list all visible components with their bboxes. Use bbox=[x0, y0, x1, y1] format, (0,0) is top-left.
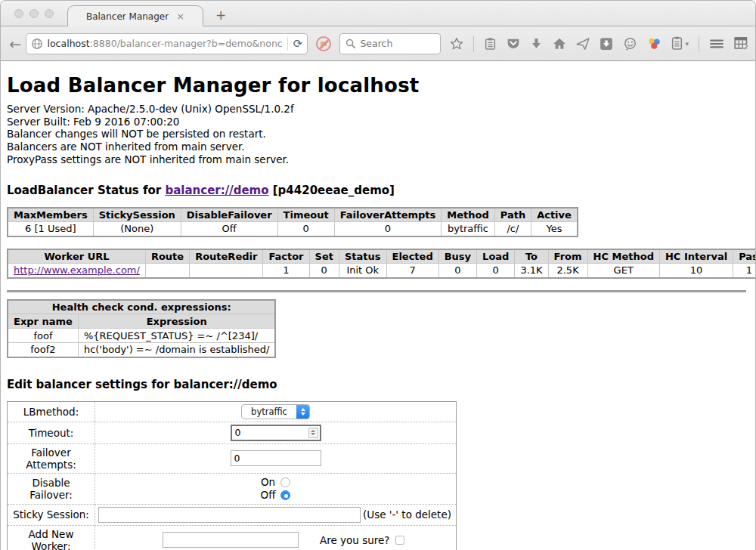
table-row: foof %{REQUEST_STATUS} =~ /^[234]/ bbox=[8, 329, 275, 343]
cell-load: 0 bbox=[477, 264, 515, 278]
reading-list-icon[interactable] bbox=[484, 37, 497, 51]
radio-on-label: On bbox=[261, 476, 275, 489]
failover-attempts-label: Failover Attempts: bbox=[8, 443, 95, 473]
feedback-smiley-icon[interactable] bbox=[623, 37, 637, 51]
table-row: foof2 hc('body') =~ /domain is establish… bbox=[8, 343, 275, 357]
status-heading-suffix: [p4420eeae_demo] bbox=[269, 184, 395, 197]
server-info: Server Version: Apache/2.5.0-dev (Unix) … bbox=[7, 103, 749, 166]
save-page-icon[interactable] bbox=[600, 37, 613, 51]
column-header: From bbox=[548, 249, 587, 264]
downloadhelper-icon[interactable] bbox=[647, 37, 662, 51]
cell-busy: 0 bbox=[438, 264, 476, 278]
cell-maxmembers: 6 [1 Used] bbox=[8, 222, 93, 236]
url-host: localhost bbox=[48, 38, 90, 49]
table-row: 6 [1 Used] (None) Off 0 0 bytraffic /c/ … bbox=[8, 222, 578, 236]
browser-window: Balancer Manager × + ← localhost:8880/ba… bbox=[0, 0, 756, 550]
column-header: RouteRedir bbox=[190, 249, 263, 264]
cell-status: Init Ok bbox=[339, 264, 386, 278]
table-header-row: Health check cond. expressions: bbox=[8, 300, 275, 314]
section-divider bbox=[7, 290, 746, 292]
minimize-window-button[interactable] bbox=[29, 9, 39, 18]
disable-failover-label: Disable Failover: bbox=[8, 473, 95, 504]
column-header: Expression bbox=[78, 314, 275, 329]
worker-table: Worker URL Route RouteRedir Factor Set S… bbox=[7, 249, 756, 279]
url-text[interactable]: localhost:8880/balancer-manager?b=demo&n… bbox=[48, 38, 282, 49]
bookmark-star-icon[interactable] bbox=[450, 37, 463, 51]
cell-worker-url: http://www.example.com/ bbox=[8, 264, 145, 278]
tab-title: Balancer Manager bbox=[86, 11, 169, 22]
browser-tab[interactable]: Balancer Manager × bbox=[67, 5, 203, 26]
number-spinner-icon[interactable] bbox=[308, 428, 318, 438]
new-tab-button[interactable]: + bbox=[215, 8, 226, 23]
balancer-link[interactable]: balancer://demo bbox=[165, 184, 268, 197]
clipboard-extension-icon bbox=[671, 36, 683, 51]
tab-close-icon[interactable]: × bbox=[176, 11, 184, 21]
proxypass-note-line: ProxyPass settings are NOT inherited fro… bbox=[7, 153, 749, 166]
failover-off-radio[interactable] bbox=[280, 490, 290, 500]
inherit-note-line: Balancers are NOT inherited from main se… bbox=[7, 141, 749, 153]
content-blocked-icon[interactable] bbox=[316, 36, 331, 51]
column-header: Path bbox=[494, 208, 531, 222]
sticky-session-hint: (Use '-' to delete) bbox=[363, 508, 451, 521]
column-header: Passes bbox=[733, 249, 756, 264]
form-row-add-worker: Add New Worker: Are you sure? bbox=[8, 525, 457, 550]
worker-url-link[interactable]: http://www.example.com/ bbox=[14, 264, 140, 276]
cell-set: 0 bbox=[309, 264, 339, 278]
radio-off-label: Off bbox=[261, 489, 276, 502]
page-title: Load Balancer Manager for localhost bbox=[7, 61, 749, 103]
column-header: Route bbox=[145, 249, 189, 264]
failover-attempts-input[interactable] bbox=[231, 450, 321, 466]
failover-on-radio[interactable] bbox=[280, 477, 290, 487]
cell-expression: %{REQUEST_STATUS} =~ /^[234]/ bbox=[78, 329, 275, 343]
balancer-status-table: MaxMembers StickySession DisableFailover… bbox=[7, 207, 578, 237]
table-header-row: MaxMembers StickySession DisableFailover… bbox=[8, 208, 578, 222]
lbmethod-label: LBmethod: bbox=[8, 401, 95, 422]
health-table-title: Health check cond. expressions: bbox=[8, 300, 275, 314]
toolbar-icons: ▾ bbox=[450, 36, 749, 52]
zoom-window-button[interactable] bbox=[45, 9, 54, 18]
cell-path: /c/ bbox=[494, 222, 531, 236]
balancer-status-heading: LoadBalancer Status for balancer://demo … bbox=[7, 184, 749, 197]
cell-passes: 1 (0) bbox=[733, 264, 756, 278]
edit-balancer-heading: Edit balancer settings for balancer://de… bbox=[7, 378, 749, 391]
downloads-icon[interactable] bbox=[530, 37, 543, 51]
are-you-sure-label: Are you sure? bbox=[320, 534, 390, 546]
lbmethod-select[interactable]: bytraffic bbox=[241, 404, 310, 419]
cell-method: bytraffic bbox=[442, 222, 494, 236]
cell-routeredir bbox=[190, 264, 263, 278]
pocket-icon[interactable] bbox=[507, 37, 520, 51]
close-window-button[interactable] bbox=[14, 9, 23, 18]
edit-balancer-form: LBmethod: bytraffic Timeout: bbox=[7, 401, 457, 550]
health-check-table: Health check cond. expressions: Expr nam… bbox=[7, 299, 276, 358]
home-icon[interactable] bbox=[553, 37, 566, 51]
form-row-timeout: Timeout: bbox=[8, 422, 457, 443]
url-bar[interactable]: localhost:8880/balancer-manager?b=demo&n… bbox=[26, 33, 308, 54]
timeout-input-wrap bbox=[231, 425, 321, 441]
extension-button[interactable]: ▾ bbox=[671, 36, 689, 51]
search-input[interactable] bbox=[360, 38, 435, 49]
reload-icon[interactable]: ⟳ bbox=[293, 37, 303, 51]
search-bar[interactable] bbox=[339, 33, 441, 54]
toolbar-separator bbox=[473, 36, 474, 52]
back-button[interactable]: ← bbox=[7, 36, 24, 52]
navigation-toolbar: ← localhost:8880/balancer-manager?b=demo… bbox=[1, 26, 755, 61]
persist-note-line: Balancer changes will NOT be persisted o… bbox=[7, 128, 749, 141]
are-you-sure-checkbox[interactable] bbox=[395, 536, 404, 545]
table-edit-icon[interactable] bbox=[734, 36, 749, 51]
cell-hc-interval: 10 bbox=[659, 264, 733, 278]
cell-factor: 1 bbox=[263, 264, 309, 278]
lbmethod-selected-value: bytraffic bbox=[242, 406, 296, 417]
cell-hc-method: GET bbox=[587, 264, 659, 278]
table-header-row: Worker URL Route RouteRedir Factor Set S… bbox=[8, 249, 756, 264]
column-header: Timeout bbox=[277, 208, 334, 222]
column-header: Method bbox=[442, 208, 494, 222]
timeout-input[interactable] bbox=[232, 427, 320, 438]
column-header: DisableFailover bbox=[181, 208, 277, 222]
send-tab-icon[interactable] bbox=[576, 37, 590, 51]
table-row: http://www.example.com/ 1 0 Init Ok 7 0 … bbox=[8, 264, 756, 278]
table-header-row: Expr name Expression bbox=[8, 314, 275, 329]
add-worker-input[interactable] bbox=[163, 532, 299, 548]
cell-failoverattempts: 0 bbox=[334, 222, 442, 236]
menu-icon[interactable] bbox=[709, 37, 724, 51]
sticky-session-input[interactable] bbox=[98, 507, 361, 523]
